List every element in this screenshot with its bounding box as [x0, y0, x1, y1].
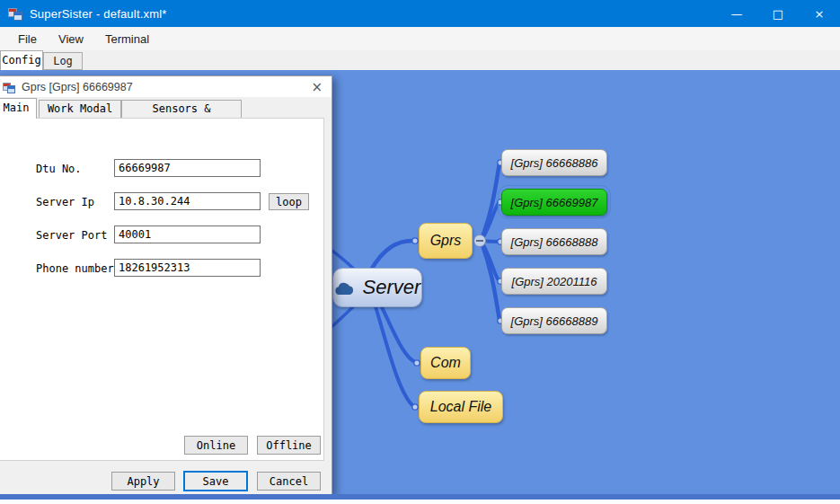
menu-file[interactable]: File [9, 29, 46, 49]
window-title: SuperSister - default.xml* [30, 7, 167, 21]
app-window: SuperSister - default.xml* — □ × File Vi… [0, 0, 840, 504]
dtu-no-input[interactable] [114, 159, 261, 177]
cloud-icon [334, 280, 358, 296]
dialog-tab-work-modal[interactable]: Work Modal [39, 100, 121, 119]
gprs-config-dialog: Gprs [Gprs] 66669987 × Main Work Modal S… [0, 75, 332, 495]
server-ip-label: Server Ip [36, 193, 94, 211]
apply-button[interactable]: Apply [111, 472, 175, 491]
node-child-label: [Gprs] 20201116 [512, 275, 597, 288]
node-server[interactable]: Server [332, 268, 422, 307]
dtu-no-label: Dtu No. [36, 160, 82, 178]
node-child-label: [Gprs] 66668889 [511, 314, 598, 328]
node-child-label: [Gprs] 66668888 [511, 235, 598, 249]
menu-bar: File View Terminal [0, 27, 840, 50]
phone-number-label: Phone number [36, 260, 114, 278]
offline-button[interactable]: Offline [257, 436, 321, 455]
collapse-toggle-icon [474, 235, 486, 247]
dialog-tab-sensors[interactable]: Sensors & Confusion [121, 100, 242, 119]
dialog-title: Gprs [Gprs] 66669987 [22, 81, 133, 93]
loop-button[interactable]: loop [269, 193, 309, 210]
window-titlebar: SuperSister - default.xml* — □ × [0, 0, 840, 27]
cancel-button[interactable]: Cancel [257, 472, 321, 491]
server-port-input[interactable] [114, 225, 261, 243]
node-gprs-66668888[interactable]: [Gprs] 66668888 [501, 228, 607, 255]
node-gprs[interactable]: Gprs [419, 223, 473, 259]
node-gprs-20201116[interactable]: [Gprs] 20201116 [501, 268, 607, 295]
node-gprs-66669987-selected[interactable]: [Gprs] 66669987 [501, 189, 607, 216]
online-button[interactable]: Online [184, 436, 248, 455]
maximize-button[interactable]: □ [757, 0, 799, 27]
dialog-close-icon[interactable]: × [311, 79, 323, 95]
node-gprs-66668886[interactable]: [Gprs] 66668886 [501, 149, 607, 176]
dialog-tab-main[interactable]: Main [0, 98, 37, 119]
dialog-body: Dtu No. Server Ip loop Server Port Phone… [0, 118, 324, 461]
node-server-label: Server [363, 276, 421, 299]
dialog-titlebar[interactable]: Gprs [Gprs] 66669987 × [0, 76, 332, 97]
dialog-tabstrip: Main Work Modal Sensors & Confusion [0, 98, 332, 119]
node-gprs-66668889[interactable]: [Gprs] 66668889 [501, 307, 607, 334]
node-child-label: [Gprs] 66668886 [511, 156, 598, 170]
desktop-edge [0, 500, 840, 504]
tab-log[interactable]: Log [43, 52, 83, 70]
menu-terminal[interactable]: Terminal [96, 29, 158, 49]
node-child-label: [Gprs] 66669987 [511, 196, 598, 209]
node-local-file[interactable]: Local File [419, 391, 503, 423]
dialog-icon [3, 81, 15, 93]
main-tabstrip: Config Log [0, 50, 840, 70]
server-port-label: Server Port [36, 226, 107, 244]
app-icon [8, 6, 22, 21]
phone-number-input[interactable] [114, 259, 261, 277]
tab-config[interactable]: Config [0, 50, 43, 70]
server-ip-input[interactable] [114, 192, 261, 210]
menu-view[interactable]: View [49, 29, 93, 49]
minimize-button[interactable]: — [716, 0, 757, 27]
node-gprs-label: Gprs [430, 233, 462, 249]
save-button[interactable]: Save [183, 471, 248, 491]
node-com-label: Com [430, 355, 461, 371]
node-com[interactable]: Com [420, 347, 471, 379]
close-button[interactable]: × [799, 0, 840, 27]
node-local-file-label: Local File [430, 399, 491, 415]
